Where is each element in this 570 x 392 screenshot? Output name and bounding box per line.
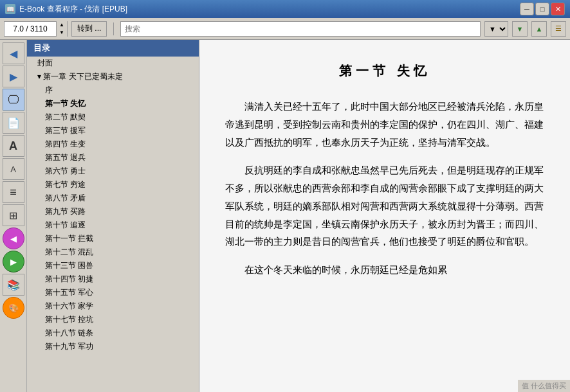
single-page-button[interactable]: 📄 [3,112,24,134]
toc-item-s5[interactable]: 第五节 退兵 [27,151,199,165]
toc-item-s10[interactable]: 第十节 追逐 [27,218,199,232]
left-panel: ◀ ▶ 🖵 📄 A A ≡ ⊞ ◀ ▶ 📚 🎨 [0,40,27,392]
toolbar-separator [113,22,114,35]
toc-item-s19[interactable]: 第十九节 军功 [27,340,199,353]
main-layout: ◀ ▶ 🖵 📄 A A ≡ ⊞ ◀ ▶ 📚 🎨 目录 封面▾ 第一章 天下已定蜀… [0,40,570,392]
sidebar-header: 目录 [27,40,199,57]
menu-button[interactable]: ☰ [551,21,566,37]
minimize-button[interactable]: ─ [520,3,534,15]
sidebar-title: 目录 [33,42,50,54]
toc-item-s15[interactable]: 第十五节 军心 [27,286,199,299]
page-down-button[interactable]: ▼ [57,29,67,37]
search-dropdown[interactable]: ▼ [484,21,508,37]
prev-chapter-button[interactable]: ◀ [3,227,24,249]
content-paragraph: 反抗明廷的李自成和张献忠虽然早已先后死去，但是明廷现存的正规军不多，所以张献忠的… [225,161,544,251]
toc-item-ch1[interactable]: ▾ 第一章 天下已定蜀未定 [27,70,199,84]
toc-item-s9[interactable]: 第九节 买路 [27,205,199,218]
toc-item-s17[interactable]: 第十七节 控坑 [27,313,199,326]
toc-item-s6[interactable]: 第六节 勇士 [27,165,199,178]
next-chapter-button[interactable]: ▶ [3,251,24,272]
toc-item-s14[interactable]: 第十四节 初捷 [27,272,199,286]
window-controls: ─ □ ✕ [520,3,565,15]
content-area: 第一节 失忆 满清入关已经十五年了，此时中国大部分地区已经被清兵沦陷，永历皇帝逃… [199,40,570,392]
back-button[interactable]: ◀ [3,42,24,64]
search-input[interactable] [120,21,481,37]
app-icon: 📖 [5,4,15,14]
toc-item-s2[interactable]: 第二节 默契 [27,111,199,124]
title-bar: 📖 E-Book 查看程序 - 伐清 [EPUB] ─ □ ✕ [0,0,570,18]
zoom-button[interactable]: ⊞ [3,204,24,226]
toc-item-s7[interactable]: 第七节 穷途 [27,178,199,192]
goto-button[interactable]: 转到 ... [71,21,107,37]
maximize-button[interactable]: □ [535,3,549,15]
toolbar: ▲ ▼ 转到 ... ▼ ▼ ▲ ☰ [0,18,570,40]
toc-item-s1[interactable]: 第一节 失忆 [27,97,199,111]
align-button[interactable]: ≡ [3,181,24,203]
content-paragraphs: 满清入关已经十五年了，此时中国大部分地区已经被清兵沦陷，永历皇帝逃到昆明，受到控… [225,98,544,279]
toc-item-cover[interactable]: 封面 [27,57,199,70]
content-paragraph: 在这个冬天来临的时候，永历朝廷已经是危如累 [225,261,544,279]
toc-item-s4[interactable]: 第四节 生变 [27,138,199,151]
font-small-button[interactable]: A [3,158,24,180]
toc-item-s12[interactable]: 第十二节 混乱 [27,245,199,259]
page-number-input[interactable] [5,24,56,33]
chapter-title: 第一节 失忆 [225,59,544,82]
sidebar: 目录 封面▾ 第一章 天下已定蜀未定序第一节 失忆第二节 默契第三节 援军第四节… [27,40,199,392]
toc-item-preface[interactable]: 序 [27,84,199,97]
toc-item-s8[interactable]: 第八节 矛盾 [27,192,199,205]
content-paragraph: 满清入关已经十五年了，此时中国大部分地区已经被清兵沦陷，永历皇帝逃到昆明，受到控… [225,98,544,151]
toc-item-s16[interactable]: 第十六节 家学 [27,299,199,313]
font-large-button[interactable]: A [3,135,24,157]
color-button[interactable]: 🎨 [3,297,24,319]
nav-down-button[interactable]: ▼ [512,21,528,37]
forward-button[interactable]: ▶ [3,66,24,87]
toc-item-s11[interactable]: 第十一节 拦截 [27,232,199,245]
page-navigation: ▲ ▼ [4,21,68,37]
toc-item-s18[interactable]: 第十八节 链条 [27,326,199,340]
page-nav-arrows: ▲ ▼ [56,21,67,37]
title-bar-left: 📖 E-Book 查看程序 - 伐清 [EPUB] [5,4,127,15]
status-text: 值 什么值得买 [522,382,566,389]
toc-item-s3[interactable]: 第三节 援军 [27,124,199,138]
close-button[interactable]: ✕ [551,3,565,15]
page-up-button[interactable]: ▲ [57,21,67,29]
status-bar: 值 什么值得买 [518,380,570,392]
toc-scroll[interactable]: 封面▾ 第一章 天下已定蜀未定序第一节 失忆第二节 默契第三节 援军第四节 生变… [27,57,199,392]
window-title: E-Book 查看程序 - 伐清 [EPUB] [19,4,127,15]
nav-up-button[interactable]: ▲ [531,21,547,37]
page-view-button[interactable]: 🖵 [3,89,24,111]
toc-item-s13[interactable]: 第十三节 困兽 [27,259,199,272]
bookmark-button[interactable]: 📚 [3,274,24,296]
